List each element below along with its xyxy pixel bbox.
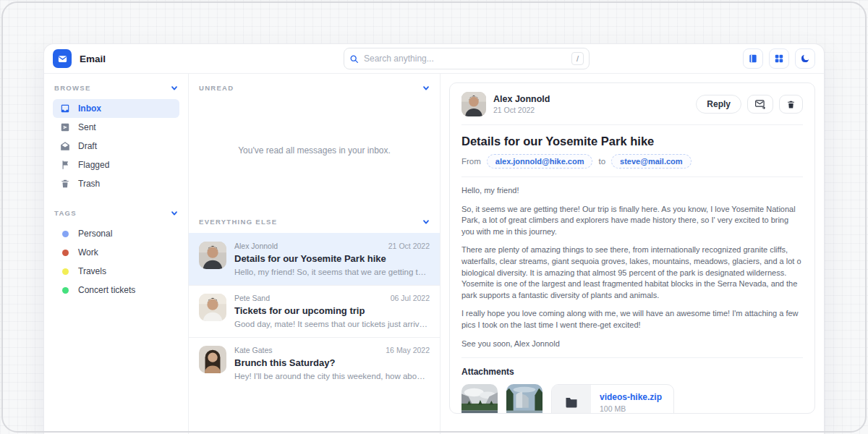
tag-item-personal[interactable]: Personal [53, 224, 179, 243]
tag-item-work[interactable]: Work [53, 243, 179, 262]
search-icon [349, 54, 359, 64]
draft-icon [60, 141, 70, 151]
addressbook-button[interactable] [743, 48, 763, 69]
mail-date: 06 Jul 2022 [391, 294, 430, 302]
attachment-file-size: 100 MB [600, 404, 662, 413]
tag-dot [62, 287, 69, 294]
tag-label: Travels [78, 266, 106, 276]
tag-dot [62, 250, 69, 256]
grid-icon [774, 54, 784, 64]
forward-mail-button[interactable] [747, 95, 773, 114]
everything-else-collapse-button[interactable] [422, 218, 430, 226]
sidebar-item-draft[interactable]: Draft [53, 137, 179, 156]
tags-section-label: TAGS [54, 209, 77, 217]
sidebar-item-label: Inbox [78, 103, 101, 114]
mail-date: 16 May 2022 [386, 346, 430, 354]
detail-date: 21 Oct 2022 [493, 106, 550, 114]
sidebar-item-label: Trash [78, 179, 100, 189]
mail-preview: Hello, my friend! So, it seems that we a… [234, 268, 430, 276]
mail-forward-icon [754, 99, 766, 109]
sidebar-item-label: Draft [78, 141, 97, 151]
mail-preview: Good day, mate! It seems that our ticket… [234, 320, 430, 328]
moon-icon [800, 54, 810, 64]
tag-item-travels[interactable]: Travels [53, 262, 179, 281]
body-paragraph: So, it seems we are getting there! Our t… [461, 204, 803, 238]
body-paragraph: See you soon, Alex Jonnold [461, 339, 803, 350]
avatar [199, 242, 226, 269]
everything-else-section-label: EVERYTHING ELSE [199, 218, 277, 226]
sidebar: BROWSE Inbox Sent [44, 74, 189, 434]
unread-collapse-button[interactable] [422, 85, 430, 92]
email-app-window: Email / [43, 43, 825, 434]
attachment-photo-valley[interactable] [461, 384, 498, 414]
message-detail-panel: Alex Jonnold 21 Oct 2022 Reply [441, 74, 824, 434]
body-paragraph: I really hope you love coming along with… [461, 308, 803, 331]
tag-dot [62, 231, 69, 237]
book-icon [748, 54, 758, 64]
folder-icon [552, 385, 591, 414]
search-input[interactable] [364, 54, 566, 64]
divider [461, 176, 803, 177]
delete-mail-button[interactable] [779, 95, 803, 114]
attachment-file-card[interactable]: videos-hike.zip 100 MB [551, 384, 674, 414]
from-email-chip[interactable]: alex.jonnold@hike.com [487, 154, 593, 169]
message-body: Hello, my friend! So, it seems we are ge… [461, 185, 803, 349]
sidebar-item-inbox[interactable]: Inbox [53, 99, 179, 118]
app-header: Email / [44, 44, 824, 74]
attachments-label: Attachments [461, 367, 803, 377]
mail-list-item-kate[interactable]: Kate Gates 16 May 2022 Brunch this Satur… [189, 337, 440, 389]
tag-dot [62, 268, 69, 275]
tag-label: Work [78, 247, 98, 258]
mail-sender: Pete Sand [234, 294, 270, 302]
mail-list-item-pete[interactable]: Pete Sand 06 Jul 2022 Tickets for our up… [189, 285, 440, 337]
avatar [199, 294, 226, 321]
mail-subject: Tickets for our upcoming trip [234, 305, 430, 316]
mail-subject: Brunch this Saturday? [234, 357, 430, 368]
app-title: Email [80, 54, 106, 64]
apps-grid-button[interactable] [769, 48, 789, 69]
browse-collapse-button[interactable] [171, 85, 178, 92]
mail-preview: Hey! I'll be around the city this weeken… [234, 372, 430, 380]
sidebar-item-label: Flagged [78, 160, 109, 170]
app-logo [53, 49, 72, 68]
chevron-down-icon [171, 85, 178, 92]
sidebar-item-sent[interactable]: Sent [53, 118, 179, 137]
browse-section-label: BROWSE [54, 84, 91, 92]
to-email-chip[interactable]: steve@mail.com [611, 154, 692, 169]
unread-section-label: UNREAD [199, 84, 234, 92]
search-bar: / [344, 48, 590, 69]
sidebar-item-trash[interactable]: Trash [53, 174, 179, 193]
body-paragraph: Hello, my friend! [461, 185, 803, 197]
envelope-icon [57, 54, 68, 64]
inbox-icon [60, 103, 70, 114]
chevron-down-icon [422, 85, 430, 92]
mail-list-item-alex[interactable]: Alex Jonnold 21 Oct 2022 Details for our… [189, 233, 440, 285]
mail-sender: Alex Jonnold [234, 242, 278, 250]
chevron-down-icon [422, 218, 430, 226]
sidebar-item-flagged[interactable]: Flagged [53, 156, 179, 174]
inbox-empty-message: You've read all messages in your inbox. [189, 145, 440, 156]
mail-subject: Details for our Yosemite Park hike [234, 253, 430, 264]
search-shortcut-badge: / [571, 52, 584, 65]
mail-date: 21 Oct 2022 [388, 242, 430, 250]
avatar [461, 92, 486, 116]
from-label: From [461, 157, 481, 166]
dark-mode-button[interactable] [795, 48, 815, 69]
divider [461, 357, 803, 358]
message-detail-card: Alex Jonnold 21 Oct 2022 Reply [449, 82, 815, 414]
flag-icon [60, 160, 70, 170]
reply-button[interactable]: Reply [696, 95, 741, 114]
body-paragraph: There are plenty of amazing things to se… [461, 244, 803, 301]
attachment-file-name[interactable]: videos-hike.zip [600, 392, 662, 402]
avatar [199, 346, 226, 373]
to-label: to [598, 157, 605, 166]
message-list-panel: UNREAD You've read all messages in your … [189, 74, 441, 434]
mail-sender: Kate Gates [234, 346, 273, 354]
detail-sender-name: Alex Jonnold [493, 94, 550, 104]
attachment-photo-halfdome[interactable] [506, 384, 542, 414]
tag-item-concert-tickets[interactable]: Concert tickets [53, 281, 179, 299]
divider [461, 124, 803, 125]
tag-label: Concert tickets [78, 285, 135, 295]
tags-collapse-button[interactable] [171, 210, 178, 217]
tag-label: Personal [78, 229, 112, 239]
